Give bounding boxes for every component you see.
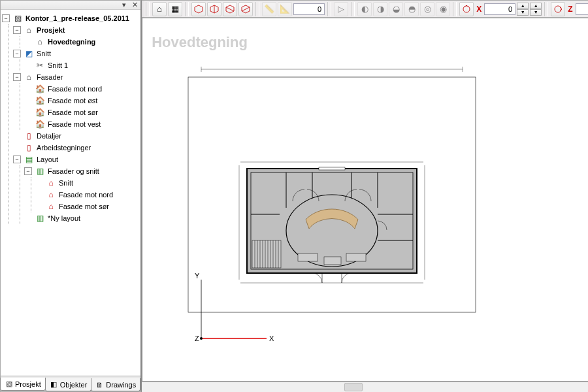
svg-marker-0 [195,5,203,13]
tree-ny-layout[interactable]: ▥*Ny layout [24,212,139,224]
toolbar-separator [351,2,355,16]
z-rotation-icon[interactable] [551,2,565,16]
axis-y-label: Y [195,272,200,280]
facade-small-icon: ⌂ [46,201,56,212]
view-fit-button[interactable]: ▦ [168,2,182,16]
light-4-button: ◓ [404,2,419,16]
page-icon: ▯ [24,142,34,153]
panel-dropdown-icon[interactable]: ▾ [120,1,128,9]
section-small-icon: ⌂ [46,178,56,188]
tree-label: Layout [35,154,59,165]
toolbar-separator [544,2,548,16]
tree-layout[interactable]: − ▤ Layout [13,154,139,165]
house-icon: ⌂ [35,37,45,47]
svg-point-7 [463,6,470,12]
x-rotation-spinner2[interactable]: ▲▼ [530,3,542,16]
toolbar-separator [327,2,331,16]
layout-page-icon: ▥ [35,166,45,176]
x-rotation-spinner[interactable]: ▲▼ [517,3,529,16]
project-icon: ▧ [12,13,23,24]
svg-rect-37 [319,167,345,170]
section-icon: ◩ [24,48,34,59]
light-3-button: ◒ [389,2,403,16]
tree-layout-item[interactable]: ⌂Fasade mot sør [35,201,139,212]
tab-label: Prosjekt [15,380,41,388]
tree-label: Snitt [35,48,52,59]
tree-label: Fasade mot øst [46,95,99,106]
light-2-button: ◑ [373,2,387,16]
tab-drawings[interactable]: 🗎Drawings [91,378,140,391]
layout-icon: ▤ [24,154,34,165]
expand-toggle-icon[interactable]: − [13,73,21,81]
expand-toggle-icon[interactable]: − [13,50,21,57]
tree-label: Fasade mot nord [57,189,114,201]
tree-label: Prosjekt [35,24,66,36]
z-rotation-input[interactable] [576,3,588,15]
axis-z-label: Z [195,335,199,342]
expand-toggle-icon[interactable]: − [13,155,21,163]
x-rotation-label: X [476,5,482,14]
toolbar-separator [185,2,189,16]
page-icon: ▯ [24,131,34,141]
view3d-side-button[interactable] [223,2,237,16]
value-input[interactable] [293,3,325,15]
tree-fasader-og-snitt[interactable]: − ▥ Fasader og snitt [24,165,139,177]
project-tree[interactable]: − ▧ Kontor_1_pre-release_05.2011 − ⌂ Pro… [1,10,140,376]
tree-fasade-item[interactable]: 🏠Fasade mot øst [24,95,139,106]
tree-snitt[interactable]: − ◩ Snitt [13,48,139,59]
tab-label: Objekter [60,381,88,389]
tree-detaljer[interactable]: ▯Detaljer [13,130,139,142]
x-rotation-icon[interactable] [459,2,474,16]
tree-label: Snitt 1 [46,59,69,71]
view3d-front-button[interactable] [207,2,221,16]
expand-toggle-icon[interactable]: − [24,167,32,175]
view3d-iso-button[interactable] [191,2,206,16]
tree-label: *Ny layout [46,212,82,224]
panel-close-icon[interactable]: ✕ [131,1,139,9]
toolbar-grip[interactable] [146,2,150,16]
tree-layout-item[interactable]: ⌂Fasade mot nord [35,189,139,201]
tree-root[interactable]: − ▧ Kontor_1_pre-release_05.2011 [2,12,139,24]
x-rotation-input[interactable] [484,3,515,15]
spinner-down-icon[interactable]: ▼ [530,9,542,16]
tree-snitt1[interactable]: ✂ Snitt 1 [24,59,139,71]
tab-prosjekt[interactable]: ▧Prosjekt [0,378,46,391]
tree-label: Hovedtegning [46,36,97,48]
tree-label: Fasader [35,71,64,83]
tab-label: Drawings [106,381,136,389]
tree-layout-item[interactable]: ⌂Snitt [35,177,139,189]
expand-spacer [24,38,32,46]
svg-rect-34 [298,253,318,261]
tree-hovedtegning[interactable]: ⌂ Hovedtegning [24,36,139,48]
tree-fasader[interactable]: − ⌂ Fasader [13,71,139,83]
drawing-canvas[interactable]: Hovedtegning [142,18,588,382]
play-button: ▷ [334,2,348,16]
spinner-up-icon[interactable]: ▲ [517,3,529,9]
tree-fasade-item[interactable]: 🏠Fasade mot nord [24,83,139,95]
new-layout-icon: ▥ [35,213,45,223]
tree-fasade-item[interactable]: 🏠Fasade mot sør [24,106,139,118]
main-area: ⌂ ▦ 📏 📐 ▷ ◐ ◑ ◒ ◓ ◎ ◉ X ▲▼ ▲▼ Z ▲▼ ▲▼ H [142,0,588,392]
expand-toggle-icon[interactable]: − [13,26,21,34]
canvas-container: Hovedtegning [142,18,588,392]
scissors-icon: ✂ [35,60,45,71]
scrollbar-thumb[interactable] [344,383,363,391]
spinner-down-icon[interactable]: ▼ [517,9,529,16]
tree-label: Fasade mot nord [46,83,103,95]
tab-objekter[interactable]: ◧Objekter [45,378,92,391]
expand-toggle-icon[interactable]: − [2,14,10,22]
view-toolbar: ⌂ ▦ 📏 📐 ▷ ◐ ◑ ◒ ◓ ◎ ◉ X ▲▼ ▲▼ Z ▲▼ ▲▼ [142,1,588,18]
tree-prosjekt[interactable]: − ⌂ Prosjekt [13,24,139,36]
tree-arbeidstegninger[interactable]: ▯Arbeidstegninger [13,142,139,154]
light-5-button: ◎ [420,2,434,16]
tree-fasade-item[interactable]: 🏠Fasade mot vest [24,118,139,130]
facade-icon: 🏠 [35,107,45,118]
light-6-button: ◉ [436,2,450,16]
drawings-tab-icon: 🗎 [95,380,104,389]
canvas-title: Hovedtegning [152,34,248,51]
horizontal-scrollbar[interactable] [142,382,588,392]
spinner-up-icon[interactable]: ▲ [530,3,542,9]
view3d-top-button[interactable] [238,2,253,16]
view-home-button[interactable]: ⌂ [152,2,167,16]
panel-tabs: ▧Prosjekt ◧Objekter 🗎Drawings [1,376,140,391]
